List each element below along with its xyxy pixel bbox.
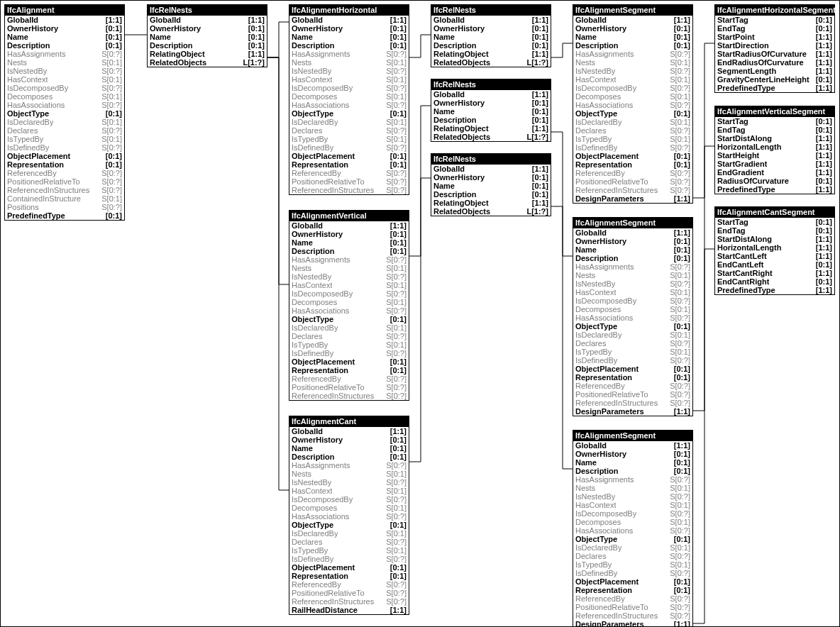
attr-cardinality: S[0:?] bbox=[667, 492, 690, 501]
attr-row: IsDecomposedByS[0:?] bbox=[289, 289, 409, 298]
attr-row: PredefinedType[1:1] bbox=[715, 84, 834, 92]
attr-name: HasAssignments bbox=[292, 255, 350, 264]
attr-row: ReferencedByS[0:?] bbox=[573, 382, 692, 390]
attr-cardinality: S[0:?] bbox=[383, 126, 407, 135]
attr-name: StartPoint bbox=[717, 33, 755, 41]
attr-row: RelatingObject[1:1] bbox=[431, 124, 551, 133]
attr-row: ReferencedInStructuresS[0:?] bbox=[573, 611, 692, 620]
attr-cardinality: S[0:?] bbox=[99, 50, 122, 58]
attr-row: PositionedRelativeToS[0:?] bbox=[289, 383, 409, 392]
attr-name: ObjectType bbox=[292, 315, 333, 323]
attr-row: PositionedRelativeToS[0:?] bbox=[5, 177, 124, 186]
attr-row: RelatingObject[1:1] bbox=[431, 50, 551, 58]
attr-cardinality: S[0:?] bbox=[667, 339, 690, 348]
attr-row: HasContextS[0:1] bbox=[573, 75, 692, 84]
attr-row: HasContextS[0:1] bbox=[289, 281, 409, 289]
attr-cardinality: [0:1] bbox=[813, 277, 832, 286]
attr-cardinality: [0:1] bbox=[103, 160, 122, 169]
attr-name: HasContext bbox=[292, 487, 332, 495]
attr-row: Representation[0:1] bbox=[573, 373, 692, 382]
attr-name: IsDecomposedBy bbox=[575, 84, 636, 92]
attr-cardinality: [0:1] bbox=[103, 33, 122, 41]
attr-cardinality: [0:1] bbox=[671, 467, 690, 475]
attr-cardinality: [1:1] bbox=[103, 16, 122, 24]
attr-cardinality: [1:1] bbox=[813, 286, 832, 294]
attr-row: Description[0:1] bbox=[289, 247, 409, 255]
attr-name: HorizontalLength bbox=[717, 143, 781, 151]
attr-cardinality: S[0:?] bbox=[667, 262, 690, 271]
attr-name: Nests bbox=[292, 58, 311, 67]
attr-name: Name bbox=[292, 444, 313, 453]
attr-cardinality: [0:1] bbox=[671, 41, 690, 50]
attr-name: GlobalId bbox=[575, 441, 607, 450]
attr-row: OwnerHistory[0:1] bbox=[431, 173, 551, 182]
attr-name: Decomposes bbox=[292, 298, 337, 306]
attr-cardinality: [0:1] bbox=[813, 75, 832, 84]
attr-cardinality: [0:1] bbox=[387, 453, 407, 461]
attr-cardinality: [0:1] bbox=[387, 366, 407, 374]
attr-cardinality: [0:1] bbox=[245, 33, 265, 41]
attr-name: HasContext bbox=[575, 288, 616, 296]
attr-cardinality: S[0:1] bbox=[383, 135, 407, 143]
attr-name: StartGradient bbox=[717, 160, 767, 168]
attr-row: PredefinedType[1:1] bbox=[715, 286, 834, 294]
attr-cardinality: S[0:1] bbox=[667, 118, 690, 126]
attr-cardinality: S[0:?] bbox=[99, 84, 122, 92]
attr-cardinality: [0:1] bbox=[813, 126, 832, 134]
attr-name: GlobalId bbox=[575, 228, 607, 237]
attr-name: RelatingObject bbox=[433, 199, 489, 207]
attr-cardinality: [0:1] bbox=[529, 24, 548, 33]
attr-row: ObjectPlacement[0:1] bbox=[289, 563, 409, 572]
attr-name: StartDirection bbox=[717, 41, 769, 50]
attr-row: Name[0:1] bbox=[289, 238, 409, 247]
attr-name: Declares bbox=[292, 332, 322, 340]
attr-row: HasAssignmentsS[0:?] bbox=[289, 255, 409, 264]
attr-name: RelatedObjects bbox=[433, 133, 490, 141]
attr-name: ObjectPlacement bbox=[292, 152, 355, 160]
attr-cardinality: [0:1] bbox=[103, 109, 122, 118]
attr-cardinality: S[0:1] bbox=[667, 75, 690, 84]
attr-name: Nests bbox=[575, 271, 595, 279]
attr-cardinality: [0:1] bbox=[387, 563, 407, 572]
attr-name: IsDefinedBy bbox=[7, 143, 49, 152]
attr-name: StartDistAlong bbox=[717, 134, 772, 143]
attr-name: IsDefinedBy bbox=[292, 143, 333, 152]
attr-cardinality: S[0:1] bbox=[99, 135, 122, 143]
attr-row: ObjectType[0:1] bbox=[573, 322, 692, 331]
attr-row: GlobalId[1:1] bbox=[289, 221, 409, 230]
attr-row: DeclaresS[0:?] bbox=[573, 552, 692, 560]
attr-cardinality: [0:1] bbox=[671, 365, 690, 373]
attr-cardinality: [1:1] bbox=[813, 41, 832, 50]
attr-cardinality: [1:1] bbox=[671, 194, 690, 203]
attr-name: PredefinedType bbox=[717, 286, 775, 294]
attr-cardinality: S[0:?] bbox=[667, 279, 690, 288]
entity-title: IfcAlignmentSegment bbox=[573, 5, 692, 16]
attr-row: OwnerHistory[0:1] bbox=[573, 237, 692, 245]
attr-row: GlobalId[1:1] bbox=[573, 16, 692, 24]
attr-name: GlobalId bbox=[433, 16, 465, 24]
attr-row: ReferencedByS[0:?] bbox=[289, 374, 409, 383]
attr-row: OwnerHistory[0:1] bbox=[431, 24, 551, 33]
attr-cardinality: S[0:?] bbox=[667, 67, 690, 75]
attr-cardinality: [0:1] bbox=[813, 218, 832, 226]
attr-name: OwnerHistory bbox=[433, 173, 485, 182]
attr-name: Name bbox=[575, 33, 597, 41]
attr-row: DesignParameters[1:1] bbox=[573, 620, 692, 627]
attr-cardinality: S[0:?] bbox=[383, 383, 407, 392]
attr-row: PredefinedType[0:1] bbox=[5, 211, 124, 220]
attr-name: Name bbox=[150, 33, 171, 41]
attr-row: ObjectPlacement[0:1] bbox=[573, 152, 692, 160]
attr-name: SegmentLength bbox=[717, 67, 776, 75]
attr-row: Representation[0:1] bbox=[573, 160, 692, 169]
attr-cardinality: S[0:?] bbox=[383, 597, 407, 606]
entity-title: IfcRelNests bbox=[431, 79, 551, 90]
attr-row: ObjectPlacement[0:1] bbox=[289, 152, 409, 160]
attr-name: PredefinedType bbox=[717, 185, 775, 194]
attr-row: StartHeight[1:1] bbox=[715, 151, 834, 160]
attr-name: ObjectPlacement bbox=[292, 563, 355, 572]
attr-name: IsDecomposedBy bbox=[7, 84, 68, 92]
attr-cardinality: S[0:1] bbox=[383, 75, 407, 84]
attr-row: StartCantRight[1:1] bbox=[715, 269, 834, 277]
attr-name: StartDistAlong bbox=[717, 235, 772, 243]
attr-cardinality: S[0:1] bbox=[383, 323, 407, 332]
